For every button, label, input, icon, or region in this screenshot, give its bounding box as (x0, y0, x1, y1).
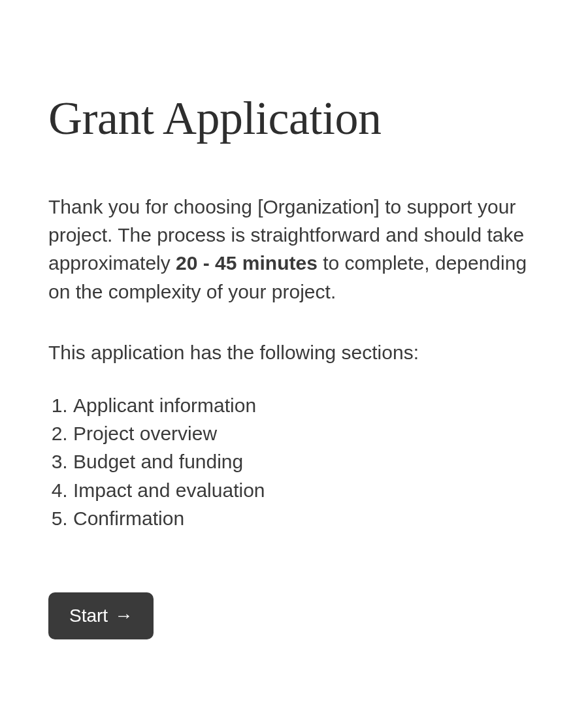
list-item: Budget and funding (73, 447, 540, 475)
list-item: Applicant information (73, 391, 540, 419)
start-button-label: Start (69, 605, 108, 626)
sections-intro: This application has the following secti… (48, 338, 540, 366)
list-item: Project overview (73, 419, 540, 447)
list-item: Confirmation (73, 504, 540, 532)
intro-text-bold: 20 - 45 minutes (176, 252, 318, 274)
page-title: Grant Application (48, 91, 540, 146)
intro-paragraph: Thank you for choosing [Organization] to… (48, 193, 540, 306)
arrow-right-icon: → (114, 607, 133, 625)
list-item: Impact and evaluation (73, 476, 540, 504)
sections-list: Applicant information Project overview B… (48, 391, 540, 532)
start-button[interactable]: Start → (48, 592, 154, 639)
